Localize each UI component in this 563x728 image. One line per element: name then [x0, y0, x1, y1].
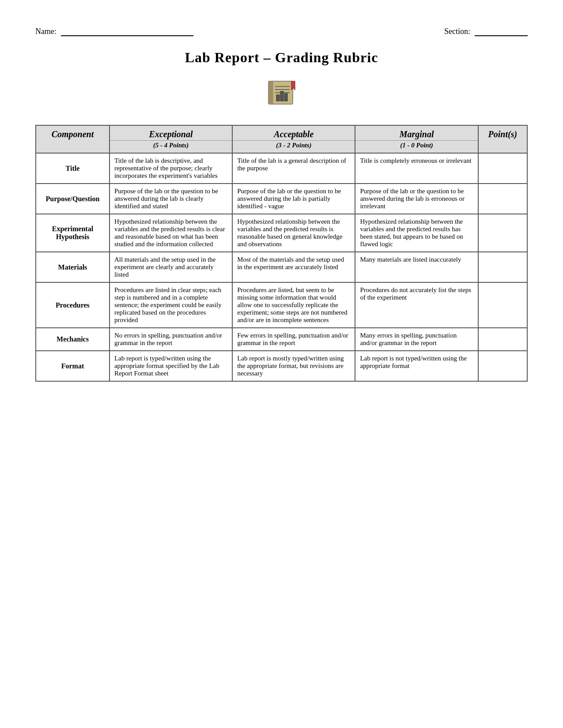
exceptional-cell: All materials and the setup used in the … — [110, 252, 232, 282]
table-row: MaterialsAll materials and the setup use… — [36, 252, 527, 282]
marginal-cell: Purpose of the lab or the question to be… — [355, 184, 478, 214]
points-cell[interactable] — [478, 282, 527, 328]
points-cell[interactable] — [478, 328, 527, 351]
table-row: Experimental HypothesisHypothesized rela… — [36, 214, 527, 252]
marginal-cell: Many materials are listed inaccurately — [355, 252, 478, 282]
table-row: FormatLab report is typed/written using … — [36, 351, 527, 381]
top-line: Name: Section: — [35, 26, 528, 36]
col-header-points: Point(s) — [478, 125, 527, 153]
page-title: Lab Report – Grading Rubric — [35, 49, 528, 66]
points-cell[interactable] — [478, 252, 527, 282]
table-header-row: Component Exceptional Acceptable Margina… — [36, 125, 527, 141]
col-header-acceptable: Acceptable — [232, 125, 355, 141]
component-cell: Purpose/Question — [36, 184, 110, 214]
acceptable-cell: Few errors in spelling, punctuation and/… — [232, 328, 355, 351]
col-header-exceptional: Exceptional — [110, 125, 232, 141]
points-cell[interactable] — [478, 184, 527, 214]
exceptional-cell: Hypothesized relationship between the va… — [110, 214, 232, 252]
exceptional-cell: No errors in spelling, punctuation and/o… — [110, 328, 232, 351]
marginal-cell: Procedures do not accurately list the st… — [355, 282, 478, 328]
marginal-cell: Many errors in spelling, punctuation and… — [355, 328, 478, 351]
name-label: Name: — [35, 27, 57, 36]
rubric-table: Component Exceptional Acceptable Margina… — [35, 125, 528, 382]
book-icon — [264, 75, 299, 110]
exceptional-cell: Lab report is typed/written using the ap… — [110, 351, 232, 381]
section-field: Section: — [444, 26, 528, 36]
marginal-cell: Hypothesized relationship between the va… — [355, 214, 478, 252]
acceptable-cell: Purpose of the lab or the question to be… — [232, 184, 355, 214]
acceptable-cell: Lab report is mostly typed/written using… — [232, 351, 355, 381]
component-cell: Procedures — [36, 282, 110, 328]
col-header-component: Component — [36, 125, 110, 153]
exceptional-cell: Procedures are listed in clear steps; ea… — [110, 282, 232, 328]
svg-rect-7 — [284, 94, 287, 101]
exceptional-cell: Title of the lab is descriptive, and rep… — [110, 153, 232, 184]
section-underline[interactable] — [475, 26, 528, 36]
svg-rect-1 — [268, 81, 273, 104]
acceptable-cell: Title of the lab is a general descriptio… — [232, 153, 355, 184]
svg-rect-5 — [276, 95, 280, 101]
col-subheader-exceptional: (5 - 4 Points) — [110, 141, 232, 154]
component-cell: Title — [36, 153, 110, 184]
name-underline[interactable] — [61, 26, 193, 36]
col-header-marginal: Marginal — [355, 125, 478, 141]
table-row: ProceduresProcedures are listed in clear… — [36, 282, 527, 328]
acceptable-cell: Procedures are listed, but seem to be mi… — [232, 282, 355, 328]
points-cell[interactable] — [478, 153, 527, 184]
component-cell: Mechanics — [36, 328, 110, 351]
component-cell: Experimental Hypothesis — [36, 214, 110, 252]
marginal-cell: Title is completely erroneous or irrelev… — [355, 153, 478, 184]
table-row: MechanicsNo errors in spelling, punctuat… — [36, 328, 527, 351]
marginal-cell: Lab report is not typed/written using th… — [355, 351, 478, 381]
exceptional-cell: Purpose of the lab or the question to be… — [110, 184, 232, 214]
component-cell: Format — [36, 351, 110, 381]
table-subheader-row: (5 - 4 Points) (3 - 2 Points) (1 - 0 Poi… — [36, 141, 527, 154]
acceptable-cell: Hypothesized relationship between the va… — [232, 214, 355, 252]
col-subheader-acceptable: (3 - 2 Points) — [232, 141, 355, 154]
table-body: TitleTitle of the lab is descriptive, an… — [36, 153, 527, 381]
icon-area — [35, 75, 528, 112]
acceptable-cell: Most of the materials and the setup used… — [232, 252, 355, 282]
table-row: TitleTitle of the lab is descriptive, an… — [36, 153, 527, 184]
table-row: Purpose/QuestionPurpose of the lab or th… — [36, 184, 527, 214]
component-cell: Materials — [36, 252, 110, 282]
points-cell[interactable] — [478, 214, 527, 252]
points-cell[interactable] — [478, 351, 527, 381]
col-subheader-marginal: (1 - 0 Point) — [355, 141, 478, 154]
section-label: Section: — [444, 27, 470, 36]
name-field: Name: — [35, 26, 193, 36]
svg-rect-6 — [280, 91, 283, 101]
